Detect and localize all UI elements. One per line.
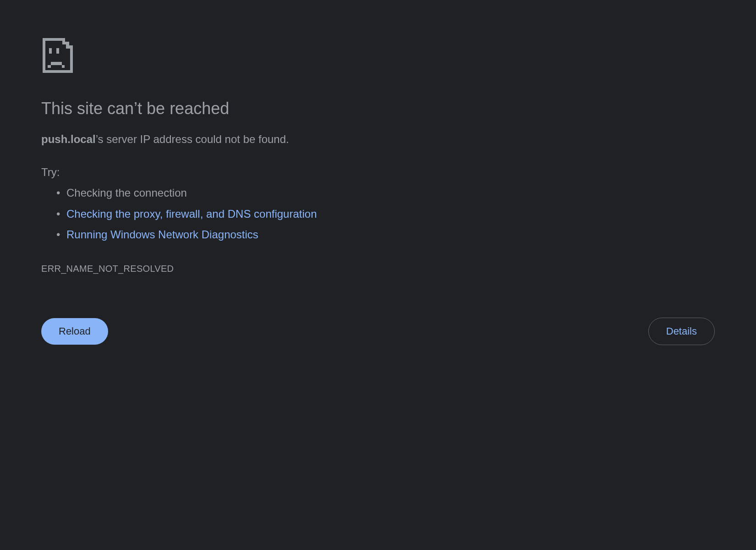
svg-rect-3 (48, 65, 50, 68)
try-label: Try: (41, 166, 715, 179)
suggestion-link[interactable]: Checking the proxy, firewall, and DNS co… (66, 208, 317, 220)
error-subtitle: push.local’s server IP address could not… (41, 131, 715, 148)
subtitle-suffix: ’s server IP address could not be found. (96, 133, 289, 145)
svg-rect-2 (51, 62, 62, 65)
button-row: Reload Details (41, 318, 715, 345)
suggestion-text: Checking the connection (66, 187, 187, 199)
suggestion-item: Checking the connection (66, 182, 715, 204)
error-page-content: This site can’t be reached push.local’s … (41, 37, 715, 345)
suggestion-item: Checking the proxy, firewall, and DNS co… (66, 204, 715, 225)
details-button[interactable]: Details (648, 318, 715, 345)
svg-rect-0 (49, 48, 52, 54)
page-title: This site can’t be reached (41, 99, 715, 118)
svg-rect-4 (62, 65, 65, 68)
suggestions-list: Checking the connection Checking the pro… (41, 182, 715, 245)
suggestion-link[interactable]: Running Windows Network Diagnostics (66, 228, 258, 241)
reload-button[interactable]: Reload (41, 318, 108, 345)
sad-file-icon (41, 37, 715, 76)
suggestion-item: Running Windows Network Diagnostics (66, 224, 715, 245)
svg-rect-1 (56, 48, 59, 54)
suggestions-section: Try: Checking the connection Checking th… (41, 166, 715, 245)
error-code: ERR_NAME_NOT_RESOLVED (41, 264, 715, 274)
host-name: push.local (41, 133, 96, 145)
